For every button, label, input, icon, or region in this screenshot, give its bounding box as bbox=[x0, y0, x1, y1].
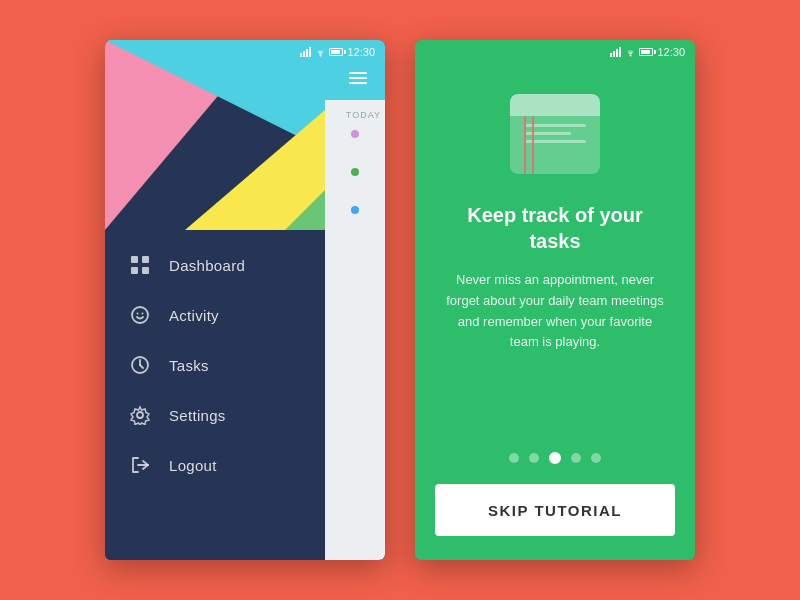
time-left: 12:30 bbox=[347, 46, 375, 58]
svg-rect-8 bbox=[142, 267, 149, 274]
hamburger-line-2 bbox=[349, 77, 367, 79]
page-dot-1[interactable] bbox=[509, 453, 519, 463]
svg-point-15 bbox=[137, 412, 143, 418]
notebook-spine-right bbox=[532, 116, 534, 174]
page-dot-2[interactable] bbox=[529, 453, 539, 463]
status-icons-left bbox=[300, 47, 343, 57]
timeline-dot-1 bbox=[351, 130, 359, 138]
battery-icon-right bbox=[639, 48, 653, 56]
tutorial-description: Never miss an appointment, never forget … bbox=[415, 270, 695, 353]
nav-label-settings: Settings bbox=[169, 407, 226, 424]
svg-rect-5 bbox=[131, 256, 138, 263]
svg-rect-20 bbox=[619, 47, 621, 57]
status-bar-left: 12:30 bbox=[105, 40, 385, 64]
svg-line-14 bbox=[140, 365, 143, 368]
battery-icon bbox=[329, 48, 343, 56]
notebook-icon bbox=[510, 94, 600, 174]
grid-icon bbox=[129, 254, 151, 276]
nav-label-dashboard: Dashboard bbox=[169, 257, 245, 274]
left-phone: 12:30 Dashboard bbox=[105, 40, 385, 560]
wifi-icon-right bbox=[625, 48, 636, 57]
svg-rect-19 bbox=[616, 49, 618, 57]
svg-point-10 bbox=[137, 313, 139, 315]
page-dot-4[interactable] bbox=[571, 453, 581, 463]
svg-rect-2 bbox=[306, 49, 308, 57]
timeline-dot-3 bbox=[351, 206, 359, 214]
notebook-line-2 bbox=[524, 132, 571, 135]
logout-icon bbox=[129, 454, 151, 476]
svg-rect-18 bbox=[613, 51, 615, 57]
svg-rect-3 bbox=[309, 47, 311, 57]
notebook-spine-left bbox=[524, 116, 526, 174]
nav-label-tasks: Tasks bbox=[169, 357, 209, 374]
nav-label-activity: Activity bbox=[169, 307, 219, 324]
svg-point-9 bbox=[132, 307, 148, 323]
timeline-dot-2 bbox=[351, 168, 359, 176]
wifi-icon bbox=[315, 48, 326, 57]
right-phone: 12:30 Keep track of your tasks Never mis… bbox=[415, 40, 695, 560]
svg-rect-17 bbox=[610, 53, 612, 57]
tutorial-title: Keep track of your tasks bbox=[415, 202, 695, 254]
timeline-dots bbox=[351, 130, 359, 214]
right-peek-area: TODAY bbox=[325, 100, 385, 560]
nav-label-logout: Logout bbox=[169, 457, 217, 474]
hamburger-line-3 bbox=[349, 82, 367, 84]
page-dot-5[interactable] bbox=[591, 453, 601, 463]
signal-icon bbox=[300, 47, 312, 57]
time-right: 12:30 bbox=[657, 46, 685, 58]
svg-rect-1 bbox=[303, 51, 305, 57]
page-dot-3-active[interactable] bbox=[549, 452, 561, 464]
svg-rect-0 bbox=[300, 53, 302, 57]
notebook-header bbox=[510, 94, 600, 116]
svg-point-11 bbox=[142, 313, 144, 315]
skip-tutorial-button[interactable]: SKIP TUTORIAL bbox=[435, 484, 675, 536]
hamburger-line-1 bbox=[349, 72, 367, 74]
svg-point-4 bbox=[320, 54, 322, 56]
status-bar-right: 12:30 bbox=[415, 40, 695, 64]
gear-icon bbox=[129, 404, 151, 426]
svg-point-21 bbox=[630, 54, 632, 56]
svg-rect-7 bbox=[131, 267, 138, 274]
svg-rect-6 bbox=[142, 256, 149, 263]
today-label: TODAY bbox=[346, 110, 381, 120]
signal-icon-right bbox=[610, 47, 622, 57]
smile-icon bbox=[129, 304, 151, 326]
hamburger-button[interactable] bbox=[345, 68, 371, 88]
status-icons-right bbox=[610, 47, 653, 57]
pagination-dots bbox=[509, 452, 601, 464]
notebook-background bbox=[510, 94, 600, 174]
clock-icon bbox=[129, 354, 151, 376]
